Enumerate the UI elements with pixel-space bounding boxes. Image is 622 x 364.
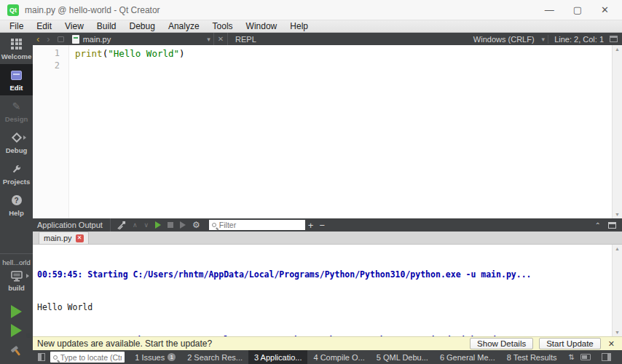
- menu-edit[interactable]: Edit: [30, 20, 58, 32]
- show-details-button[interactable]: Show Details: [470, 338, 533, 349]
- debug-menu-arrow-icon[interactable]: [23, 135, 26, 140]
- kit-run-section: hell...orld build: [0, 253, 33, 364]
- attach-debugger-icon: [180, 221, 186, 229]
- menu-view[interactable]: View: [58, 20, 90, 32]
- run-debug-button[interactable]: [11, 324, 22, 337]
- output-line: Hello World: [37, 302, 612, 313]
- qt-creator-window: Qt main.py @ hello-world - Qt Creator — …: [0, 0, 622, 364]
- menu-window[interactable]: Window: [240, 20, 284, 32]
- pane-button-qml-debugger[interactable]: 5 QML Debu...: [371, 350, 434, 364]
- run-button[interactable]: [11, 305, 22, 318]
- menu-help[interactable]: Help: [283, 20, 315, 32]
- output-tab-close-icon[interactable]: ✕: [76, 234, 84, 242]
- rerun-icon[interactable]: [155, 221, 161, 229]
- output-filter-input[interactable]: [219, 221, 302, 229]
- pane-button-compile-output[interactable]: 4 Compile O...: [307, 350, 370, 364]
- line-ending-selector[interactable]: Windows (CRLF): [469, 35, 539, 44]
- back-icon[interactable]: ‹: [33, 34, 43, 44]
- output-panes-menu-icon[interactable]: ⇅: [563, 353, 580, 361]
- chevron-down-icon[interactable]: ▾: [204, 36, 213, 43]
- build-button[interactable]: [10, 344, 23, 360]
- kit-selector[interactable]: [10, 269, 23, 282]
- issues-count-badge: 1: [168, 353, 176, 361]
- pane-button-label: 6 General Me...: [440, 353, 495, 362]
- search-icon: [212, 223, 216, 227]
- scroll-up-icon[interactable]: ▲: [615, 246, 620, 251]
- mode-debug-label: Debug: [6, 146, 28, 154]
- detach-pane-icon[interactable]: [608, 222, 616, 229]
- search-icon: [53, 355, 58, 360]
- code-text[interactable]: print("Hello World"): [69, 45, 612, 218]
- qt-creator-app-icon: Qt: [7, 4, 19, 16]
- output-tab-label: main.py: [44, 234, 72, 242]
- split-editor-icon[interactable]: [610, 36, 618, 42]
- next-item-icon[interactable]: ∨: [143, 221, 149, 229]
- code-keyword: print: [75, 48, 103, 59]
- dismiss-notification-icon[interactable]: ✕: [608, 339, 615, 349]
- code-editor[interactable]: 1 2 print("Hello World") ▲ ▼: [33, 45, 622, 218]
- editor-toolbar: ‹ › main.py ▾ ✕ REPL Windows (CRLF) ▾ Li…: [33, 33, 622, 45]
- line-number-gutter: 1 2: [33, 45, 69, 218]
- clean-output-icon[interactable]: [117, 221, 126, 230]
- pane-button-application-output[interactable]: 3 Applicatio...: [248, 350, 307, 364]
- pane-button-issues[interactable]: 1 Issues1: [129, 350, 181, 364]
- mode-welcome-label: Welcome: [1, 52, 32, 60]
- pane-button-label: 8 Test Results: [507, 353, 557, 362]
- application-output-title: Application Output: [33, 221, 110, 229]
- forward-icon[interactable]: ›: [43, 34, 53, 44]
- gear-icon[interactable]: ⚙: [192, 220, 200, 230]
- editor-scrollbar[interactable]: ▲ ▼: [612, 45, 622, 218]
- pane-button-search-results[interactable]: 2 Search Res...: [181, 350, 248, 364]
- mode-welcome[interactable]: Welcome: [0, 33, 33, 64]
- scroll-up-icon[interactable]: ▲: [615, 47, 620, 52]
- pane-button-label: 5 QML Debu...: [377, 353, 428, 362]
- update-notification-bar: New updates are available. Start the upd…: [33, 336, 622, 350]
- debug-cube-icon: [11, 132, 21, 143]
- mode-projects[interactable]: Projects: [0, 158, 33, 189]
- titlebar: Qt main.py @ hello-world - Qt Creator — …: [0, 0, 622, 20]
- help-question-icon: ?: [12, 195, 22, 205]
- mode-edit-label: Edit: [10, 84, 23, 92]
- scroll-down-icon[interactable]: ▼: [615, 212, 620, 217]
- output-tab-mainpy[interactable]: main.py ✕: [39, 232, 89, 244]
- menu-tools[interactable]: Tools: [206, 20, 240, 32]
- mode-help[interactable]: ? Help: [0, 189, 33, 221]
- menu-build[interactable]: Build: [90, 20, 123, 32]
- maximize-button[interactable]: ▢: [573, 5, 582, 15]
- maximize-pane-icon[interactable]: ⌃: [595, 221, 601, 229]
- menu-debug[interactable]: Debug: [123, 20, 162, 32]
- close-button[interactable]: ✕: [601, 5, 609, 15]
- previous-item-icon[interactable]: ∧: [133, 221, 138, 229]
- close-document-icon[interactable]: ✕: [213, 33, 227, 45]
- locator[interactable]: [50, 352, 125, 363]
- right-sidebar-toggle-icon[interactable]: [602, 353, 611, 361]
- application-output-text[interactable]: 00:59:45: Starting C:/Users/rhntm/AppDat…: [33, 245, 612, 336]
- scroll-down-icon[interactable]: ▼: [615, 330, 620, 335]
- pane-button-label: 2 Search Res...: [187, 353, 243, 362]
- code-paren: ): [179, 48, 185, 59]
- start-update-button[interactable]: Start Update: [539, 338, 601, 349]
- pane-button-test-results[interactable]: 8 Test Results: [501, 350, 563, 364]
- hammer-icon: [10, 344, 23, 357]
- edit-document-icon: [11, 71, 22, 80]
- line-ending-caret-icon[interactable]: ▾: [539, 36, 548, 43]
- mode-edit[interactable]: Edit: [0, 64, 33, 95]
- pane-button-general-messages[interactable]: 6 General Me...: [434, 350, 501, 364]
- locator-input[interactable]: [60, 353, 122, 362]
- menu-file[interactable]: File: [3, 20, 30, 32]
- output-scrollbar[interactable]: ▲ ▼: [612, 245, 622, 336]
- repl-button[interactable]: REPL: [227, 33, 264, 45]
- mode-debug[interactable]: Debug: [0, 127, 33, 158]
- minimize-button[interactable]: —: [545, 5, 554, 15]
- zoom-in-button[interactable]: +: [305, 220, 317, 231]
- left-sidebar-toggle-icon[interactable]: [38, 353, 45, 361]
- build-progress-icon[interactable]: [580, 354, 591, 360]
- zoom-out-button[interactable]: −: [316, 220, 328, 231]
- output-filter[interactable]: [209, 220, 305, 230]
- menu-analyze[interactable]: Analyze: [162, 20, 206, 32]
- pin-icon[interactable]: [58, 36, 64, 42]
- open-document-selector[interactable]: main.py ▾: [68, 33, 213, 45]
- design-pencil-icon: ✎: [12, 100, 21, 112]
- kit-menu-arrow-icon[interactable]: [26, 274, 29, 278]
- mode-help-label: Help: [9, 209, 24, 217]
